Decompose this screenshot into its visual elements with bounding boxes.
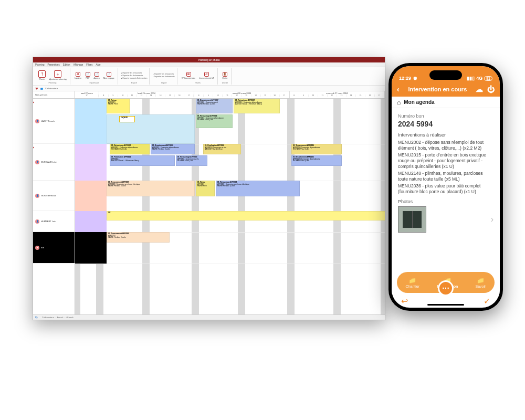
gantt-event[interactable]: 01. Branchement AFF0002AFF0002 | Connexi… — [151, 144, 195, 154]
person-row[interactable]: ✖null — [33, 232, 75, 264]
gantt-event[interactable]: 01. Branchement AFF0006AFF0002 | Connexi… — [291, 155, 342, 166]
photo-thumbnail[interactable] — [398, 206, 426, 233]
home-icon[interactable]: ⌂ — [397, 99, 401, 106]
ribbon-group-label: Import — [153, 82, 174, 84]
nav-confirm-icon[interactable]: ✓ — [484, 296, 490, 306]
gantt-event[interactable]: 01. RatouAFF0001 |FAVRE Free — [196, 181, 215, 196]
ribbon-line[interactable]: Importer les événements — [153, 76, 174, 78]
ribbon-btn-mise-en-page[interactable]: 📄Mise en page — [102, 71, 116, 80]
gantt-event[interactable]: 01. Retouchage AFF0007AFF0001 | Connexio… — [234, 99, 280, 113]
network-label: 4G — [476, 76, 482, 81]
status-text: Collaborateur — Franck — / Franck — [42, 317, 74, 319]
gantt-event[interactable]: 01. Retouchage AFF0003AFF0003 | Connexio… — [176, 155, 207, 166]
gantt-event[interactable]: 01. Finalisation AFF0004AFF0002 |AAOUIDT… — [110, 155, 175, 166]
night-band — [333, 99, 341, 314]
avatar: 👤 — [35, 119, 39, 123]
menu-parametres[interactable]: Paramètres — [48, 64, 60, 66]
gantt-area: Nom-prénom 👤LABYT Franck👤DURIVAUD Léon👤G… — [33, 91, 385, 314]
ajouter un planning-icon: ＋ — [54, 70, 61, 78]
ribbon-btn-ajouter-un-planning[interactable]: ＋Ajouter un planning — [48, 70, 68, 81]
row-header: Nom-prénom — [33, 91, 75, 99]
person-row[interactable]: 👤GURY Bertrand — [33, 181, 75, 211]
content-scroll[interactable]: Numéro bon 2024 5994 Interventions à réa… — [392, 108, 500, 268]
tab-savoir[interactable]: 📁Savoir — [476, 277, 486, 288]
night-band — [381, 99, 385, 314]
gantt-event[interactable]: 01. Retouchage AFF0006AFF0001 | Connexio… — [196, 114, 233, 128]
ribbon-btn-quitter[interactable]: 🚪Quitter — [221, 71, 229, 80]
ribbon-line[interactable]: Exporter les ressources — [121, 72, 148, 74]
gantt-event[interactable]: 01. Terrassement AFF0009AFF0003 | Connex… — [107, 181, 195, 196]
task-item[interactable]: MENU2148 - plinthes, moulures, parcloses… — [398, 171, 494, 182]
gantt-event[interactable]: 01. Finalisation AFF0008AFF0003 | Connex… — [203, 144, 241, 154]
gantt-grid[interactable]: wed 22 mars17lundi 25 mars 2004891011121… — [75, 91, 385, 314]
ribbon-btn-vpdocumentaire[interactable]: 🏛VPDocumentaire — [181, 71, 196, 80]
phone-screen: 12:29 ⏺ ▮▮▯ 4G 91 ‹ Intervention en cour… — [392, 66, 500, 308]
task-item[interactable]: MENU2036 - plus value pour bâti complet … — [398, 183, 494, 194]
ribbon-group-label: Quitter — [221, 82, 229, 84]
battery-icon: 91 — [484, 76, 492, 81]
gantt-event[interactable]: CP — [107, 211, 385, 220]
tab-chantier[interactable]: 📁Chantier — [406, 277, 419, 288]
person-name: DURIVAUD Léon — [41, 161, 57, 163]
ribbon: ⤒Ouvrir＋Ajouter un planningPlanning🖶Impr… — [33, 67, 385, 86]
person-background — [75, 181, 107, 211]
cloud-icon[interactable]: ☁ — [476, 85, 483, 93]
menu-aide[interactable]: Aide — [96, 64, 100, 66]
gantt-event[interactable]: 01. Retouchage AFF0001AFF0001 | Connexio… — [110, 144, 150, 154]
night-band — [238, 99, 245, 314]
ribbon-btn-ouvrir[interactable]: ⤒Ouvrir — [37, 70, 47, 81]
pdf-icon: 📄 — [86, 72, 90, 77]
person-row[interactable]: 👤DURIVAUD Léon — [33, 144, 75, 181]
expand-icon[interactable] — [33, 146, 34, 149]
ribbon-btn-imprimer[interactable]: 🖶Imprimer — [74, 71, 83, 80]
day-column: mercredi 27 mars 2004891011121314151617 — [290, 91, 385, 98]
power-icon[interactable]: ⏻ — [487, 85, 495, 93]
desktop-window: Planning en phase Planning Paramètres Ed… — [33, 57, 385, 320]
clock: 12:29 ⏺ — [399, 76, 417, 81]
menu-edition[interactable]: Edition — [63, 64, 70, 66]
ribbon-line[interactable]: Importer les ressources — [153, 73, 174, 75]
person-background — [75, 211, 107, 232]
back-icon[interactable]: ‹ — [397, 85, 400, 93]
chevron-right-icon[interactable]: › — [491, 215, 494, 224]
person-background — [75, 144, 107, 181]
gantt-event[interactable]: FAÇADE — [119, 116, 135, 122]
day-column: mardi 26 mars 2004891011121314151617 — [194, 91, 289, 98]
task-item[interactable]: MENU2002 - dépose sans réemploi de tout … — [398, 140, 494, 151]
task-item[interactable]: MENU2015 - porte d'entrée en bois exotiq… — [398, 152, 494, 169]
gantt-event[interactable]: 01. RetoucAFF0007 |FAVRE Fred — [107, 99, 130, 113]
ribbon-btn-pdf[interactable]: 📄PDF — [85, 71, 91, 80]
menu-affichage[interactable]: Affichage — [74, 64, 83, 66]
person-name: LABYT Franck — [41, 120, 55, 122]
aperçu-icon: 📄 — [94, 72, 99, 77]
fab-button[interactable]: ⋯ — [438, 280, 454, 296]
person-row[interactable]: 👤LABYT Franck — [33, 99, 75, 144]
dynamic-island — [429, 70, 462, 80]
app-title: Intervention en cours — [408, 86, 467, 92]
ribbon-btn-aperçu[interactable]: 📄Aperçu — [93, 71, 101, 80]
collapse-icon[interactable] — [35, 88, 38, 90]
ribbon-group-label: Impression — [74, 82, 116, 84]
expand-icon[interactable] — [33, 101, 34, 104]
app-bar: ‹ Intervention en cours ☁ ⏻ — [392, 82, 500, 97]
ribbon-line[interactable]: Exporter rapport d'intervention — [121, 77, 148, 79]
person-background — [75, 232, 107, 264]
breadcrumb[interactable]: ⌂ Mon agenda — [392, 97, 500, 108]
menu-filtres[interactable]: Filtres — [86, 64, 92, 66]
gantt-event[interactable]: 01. Branchement AFF0007AFF0003 | Connexi… — [196, 99, 233, 113]
nav-back-icon[interactable]: ↩ — [401, 296, 408, 306]
person-row[interactable]: 👤HUMBERT Loïc — [33, 211, 75, 232]
ribbon-group-label: Export — [121, 82, 148, 84]
vpdocumentaire-icon: 🏛 — [186, 72, 191, 77]
gantt-event[interactable]: 01. Terrassement AFF0009AFF0005 |FAVRE F… — [107, 232, 170, 243]
avatar: 👤 — [35, 219, 39, 224]
ribbon-line[interactable]: Exporter les événements — [121, 75, 148, 77]
gantt-event[interactable]: 01. Retouchage AFF0001AFF0003 | Connexio… — [216, 181, 300, 196]
menu-planning[interactable]: Planning — [35, 64, 45, 66]
avatar: ✖ — [35, 246, 39, 250]
ribbon-btn-intervention-du-vp[interactable]: ⏱Intervention du VP — [198, 71, 215, 80]
phone-frame: 12:29 ⏺ ▮▮▯ 4G 91 ‹ Intervention en cour… — [388, 63, 503, 311]
person-background — [75, 99, 107, 144]
gantt-event[interactable]: 01. Terrassement AFF0005AFF0001 | Connex… — [291, 144, 342, 154]
status-bar: 👣 Collaborateur — Franck — / Franck — [33, 314, 385, 320]
